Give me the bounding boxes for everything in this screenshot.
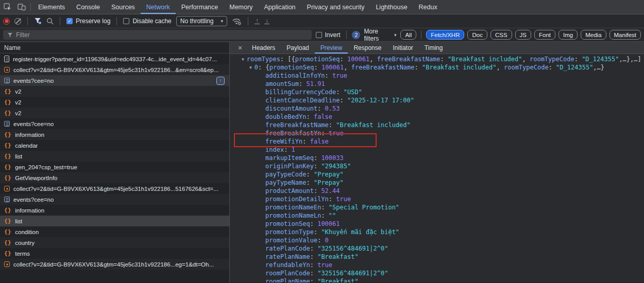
expander-triangle-icon[interactable]: ▼ bbox=[249, 64, 252, 72]
json-tree-line: promotionNameLn: "" bbox=[230, 211, 644, 220]
json-key: promotionNameLn bbox=[265, 212, 321, 219]
filter-manifest[interactable]: Manifest bbox=[609, 30, 641, 40]
json-num: 0.53 bbox=[325, 105, 340, 112]
json-resource-icon: {} bbox=[4, 164, 11, 170]
json-punc: : bbox=[314, 154, 321, 162]
json-punc: : bbox=[310, 278, 317, 282]
preserve-log-checkbox[interactable]: ✓ Preserve log bbox=[66, 17, 110, 25]
request-row[interactable]: events?cee=no bbox=[0, 118, 229, 129]
tab-memory[interactable]: Memory bbox=[224, 0, 258, 14]
tab-elements[interactable]: Elements bbox=[32, 0, 71, 14]
filter-font[interactable]: Font bbox=[534, 30, 555, 40]
request-row[interactable]: {}country bbox=[0, 237, 229, 248]
active-filter-count-badge: 2 bbox=[352, 31, 360, 39]
request-row[interactable]: register-trigger?partner_id=119639&uid=e… bbox=[0, 54, 229, 64]
invert-checkbox[interactable]: Invert bbox=[316, 31, 341, 39]
filter-css[interactable]: CSS bbox=[490, 30, 512, 40]
filter-media[interactable]: Media bbox=[581, 30, 606, 40]
json-resource-icon: {} bbox=[4, 153, 11, 160]
request-row[interactable]: {}calendar bbox=[0, 140, 229, 151]
json-punc: : bbox=[310, 245, 317, 252]
json-key: payTypeName bbox=[265, 179, 306, 186]
request-row[interactable]: {}information bbox=[0, 129, 229, 140]
import-har-icon[interactable]: ↑ bbox=[255, 18, 260, 24]
device-toolbar-button[interactable] bbox=[14, 0, 29, 14]
tab-application[interactable]: Application bbox=[258, 0, 301, 14]
tab-redux[interactable]: Redux bbox=[413, 0, 443, 14]
tab-network[interactable]: Network bbox=[141, 0, 176, 14]
request-row[interactable]: {}list bbox=[0, 216, 229, 226]
json-key: roomPlanName bbox=[265, 278, 310, 282]
json-tree-line: billingCurrencyCode: "USD" bbox=[230, 88, 644, 96]
filter-funnel-icon[interactable] bbox=[34, 17, 42, 25]
tab-performance[interactable]: Performance bbox=[176, 0, 224, 14]
request-row[interactable]: events?cee=no↑ bbox=[0, 75, 229, 86]
disable-cache-checkbox[interactable]: Disable cache bbox=[123, 17, 171, 25]
export-har-icon[interactable]: ↓ bbox=[264, 18, 269, 24]
network-conditions-icon[interactable] bbox=[232, 17, 242, 25]
json-str: "Khuyến mãi đặc biệt" bbox=[321, 228, 399, 236]
request-name: v2 bbox=[15, 110, 21, 116]
json-key: discountAmount bbox=[265, 105, 317, 112]
tab-sources[interactable]: Sources bbox=[106, 0, 141, 14]
json-key: payTypeCode bbox=[265, 171, 306, 178]
filter-doc[interactable]: Doc bbox=[467, 30, 487, 40]
request-name: collect?v=2&tid=G-B9VX6XV613&gtm=45je5c3… bbox=[13, 67, 218, 73]
more-filters-button[interactable]: 2 More filters ▾ bbox=[352, 28, 396, 42]
filter-input[interactable] bbox=[16, 31, 308, 39]
json-punc: , bbox=[369, 56, 377, 63]
request-row[interactable]: {}v2 bbox=[0, 108, 229, 118]
filter-fetch-xhr[interactable]: Fetch/XHR bbox=[426, 30, 464, 40]
request-name: v2 bbox=[15, 99, 21, 105]
clear-network-log-icon[interactable] bbox=[14, 18, 21, 25]
inspect-element-button[interactable] bbox=[0, 0, 14, 14]
json-punc: : bbox=[340, 56, 347, 63]
json-bool: false bbox=[310, 138, 329, 145]
request-row[interactable]: collect?v=2&tid=G-B9VX6XV613&gtm=45je5c3… bbox=[0, 64, 229, 75]
request-row[interactable]: collect?v=2&tid=G-B9VX6XV613&gtm=45je5c3… bbox=[0, 183, 229, 194]
request-row[interactable]: {}terms bbox=[0, 248, 229, 259]
throttling-dropdown[interactable]: No throttling ▾ bbox=[176, 16, 227, 26]
tab-console[interactable]: Console bbox=[71, 0, 106, 14]
json-tree-line: markupItemSeq: 100033 bbox=[230, 154, 644, 162]
json-tree-line: amountSum: 51.91 bbox=[230, 80, 644, 88]
request-row[interactable]: {}gen_204?csp_test=true bbox=[0, 162, 229, 172]
divider bbox=[421, 31, 421, 39]
tab-payload[interactable]: Payload bbox=[281, 42, 314, 54]
tab-preview[interactable]: Preview bbox=[315, 42, 348, 54]
json-punc: : bbox=[306, 171, 313, 178]
json-str: "2025-12-17 17:00" bbox=[347, 97, 414, 104]
json-str: "325156^484691|2^0" bbox=[317, 245, 388, 252]
request-row[interactable]: {}v2 bbox=[0, 97, 229, 108]
tab-response[interactable]: Response bbox=[348, 42, 387, 54]
search-icon[interactable] bbox=[46, 17, 54, 25]
filter-funnel-small-icon bbox=[7, 32, 13, 38]
tab-headers[interactable]: Headers bbox=[246, 42, 281, 54]
name-column-header[interactable]: Name bbox=[0, 42, 229, 54]
json-tree-line[interactable]: ▼roomTypes: [{promotionSeq: 100061, free… bbox=[230, 55, 644, 63]
filter-all[interactable]: All bbox=[400, 30, 416, 40]
filter-js[interactable]: JS bbox=[515, 30, 531, 40]
request-row[interactable]: {}information bbox=[0, 205, 229, 216]
replay-request-icon[interactable]: ↑ bbox=[216, 77, 225, 85]
request-row[interactable]: {}v2 bbox=[0, 86, 229, 97]
tab-lighthouse[interactable]: Lighthouse bbox=[370, 0, 413, 14]
json-punc: : bbox=[284, 146, 291, 153]
request-row[interactable]: {}list bbox=[0, 151, 229, 162]
json-punc: : bbox=[321, 130, 328, 137]
json-str: "Prepay" bbox=[314, 171, 344, 178]
close-detail-icon[interactable]: × bbox=[234, 42, 246, 54]
json-tree-line[interactable]: ▼0: {promotionSeq: 100061, freeBreakfast… bbox=[230, 63, 644, 72]
tab-privacy-and-security[interactable]: Privacy and security bbox=[301, 0, 370, 14]
request-row[interactable]: collect?v=2&tid=G-B9VX6XV613&gtm=45je5c3… bbox=[0, 259, 229, 270]
filter-img[interactable]: Img bbox=[558, 30, 578, 40]
request-row[interactable]: {}GetViewportInfo bbox=[0, 172, 229, 183]
json-str: "Special Promotion" bbox=[329, 204, 399, 211]
request-row[interactable]: {}condition bbox=[0, 226, 229, 237]
tab-initiator[interactable]: Initiator bbox=[387, 42, 418, 54]
record-network-log-icon[interactable] bbox=[3, 18, 10, 25]
json-str: "" bbox=[329, 212, 336, 219]
expander-triangle-icon[interactable]: ▼ bbox=[242, 56, 244, 64]
tab-timing[interactable]: Timing bbox=[419, 42, 449, 54]
request-row[interactable]: events?cee=no bbox=[0, 194, 229, 205]
